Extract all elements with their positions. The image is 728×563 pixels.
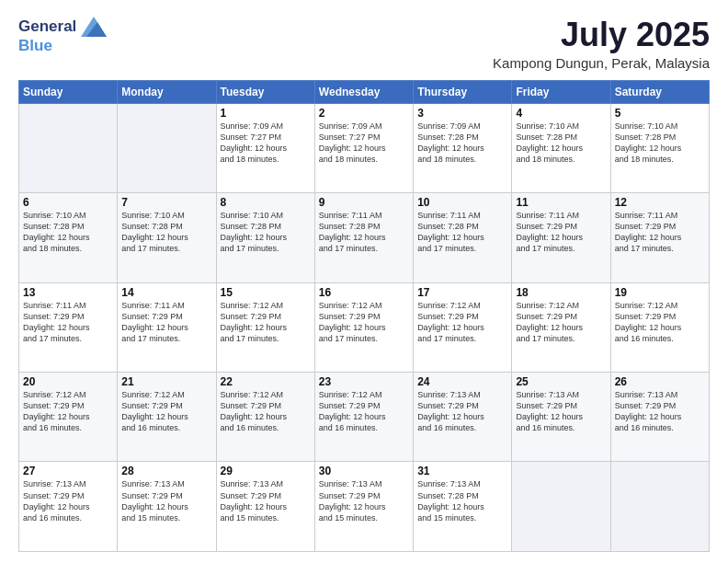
- calendar-cell: 7Sunrise: 7:10 AM Sunset: 7:28 PM Daylig…: [118, 193, 216, 282]
- calendar-cell: 6Sunrise: 7:10 AM Sunset: 7:28 PM Daylig…: [19, 193, 118, 282]
- day-number: 10: [417, 196, 507, 209]
- day-number: 8: [221, 196, 311, 209]
- day-info: Sunrise: 7:11 AM Sunset: 7:28 PM Dayligh…: [319, 210, 409, 255]
- calendar-cell: [610, 462, 709, 552]
- calendar-cell: 29Sunrise: 7:13 AM Sunset: 7:29 PM Dayli…: [216, 462, 314, 552]
- calendar-week-4: 20Sunrise: 7:12 AM Sunset: 7:29 PM Dayli…: [19, 373, 710, 462]
- calendar-cell: 16Sunrise: 7:12 AM Sunset: 7:29 PM Dayli…: [314, 282, 413, 372]
- day-info: Sunrise: 7:11 AM Sunset: 7:29 PM Dayligh…: [23, 300, 113, 345]
- day-info: Sunrise: 7:13 AM Sunset: 7:29 PM Dayligh…: [417, 389, 507, 434]
- calendar-cell: [512, 462, 610, 552]
- day-number: 19: [615, 286, 705, 299]
- logo-blue-text: Blue: [18, 37, 52, 55]
- day-info: Sunrise: 7:13 AM Sunset: 7:29 PM Dayligh…: [221, 478, 311, 523]
- day-number: 3: [417, 107, 507, 120]
- day-number: 4: [516, 107, 606, 120]
- calendar-cell: 24Sunrise: 7:13 AM Sunset: 7:29 PM Dayli…: [414, 373, 512, 462]
- calendar-cell: 18Sunrise: 7:12 AM Sunset: 7:29 PM Dayli…: [512, 282, 610, 372]
- day-info: Sunrise: 7:13 AM Sunset: 7:29 PM Dayligh…: [23, 478, 113, 523]
- day-info: Sunrise: 7:12 AM Sunset: 7:29 PM Dayligh…: [319, 389, 409, 434]
- day-info: Sunrise: 7:10 AM Sunset: 7:28 PM Dayligh…: [516, 121, 606, 166]
- calendar-cell: 17Sunrise: 7:12 AM Sunset: 7:29 PM Dayli…: [414, 282, 512, 372]
- day-info: Sunrise: 7:11 AM Sunset: 7:29 PM Dayligh…: [516, 210, 606, 255]
- weekday-header-saturday: Saturday: [610, 80, 709, 103]
- weekday-header-wednesday: Wednesday: [314, 80, 413, 103]
- calendar-cell: 27Sunrise: 7:13 AM Sunset: 7:29 PM Dayli…: [19, 462, 118, 552]
- calendar-cell: 23Sunrise: 7:12 AM Sunset: 7:29 PM Dayli…: [314, 373, 413, 462]
- day-info: Sunrise: 7:13 AM Sunset: 7:29 PM Dayligh…: [615, 389, 705, 434]
- day-number: 29: [221, 465, 311, 477]
- weekday-header-thursday: Thursday: [414, 80, 512, 103]
- calendar-week-1: 1Sunrise: 7:09 AM Sunset: 7:27 PM Daylig…: [19, 103, 710, 192]
- day-number: 25: [516, 375, 606, 388]
- day-number: 7: [121, 196, 211, 209]
- weekday-header-friday: Friday: [512, 80, 610, 103]
- day-info: Sunrise: 7:12 AM Sunset: 7:29 PM Dayligh…: [516, 300, 606, 345]
- day-info: Sunrise: 7:11 AM Sunset: 7:29 PM Dayligh…: [615, 210, 705, 255]
- calendar-cell: 30Sunrise: 7:13 AM Sunset: 7:29 PM Dayli…: [314, 462, 413, 552]
- day-info: Sunrise: 7:10 AM Sunset: 7:28 PM Dayligh…: [121, 210, 211, 255]
- day-info: Sunrise: 7:12 AM Sunset: 7:29 PM Dayligh…: [221, 389, 311, 434]
- header: General Blue July 2025 Kampong Dungun, P…: [18, 17, 710, 71]
- day-info: Sunrise: 7:12 AM Sunset: 7:29 PM Dayligh…: [615, 300, 705, 345]
- weekday-header-tuesday: Tuesday: [216, 80, 314, 103]
- calendar-cell: 31Sunrise: 7:13 AM Sunset: 7:28 PM Dayli…: [414, 462, 512, 552]
- calendar-cell: [19, 103, 118, 192]
- calendar-cell: 14Sunrise: 7:11 AM Sunset: 7:29 PM Dayli…: [118, 282, 216, 372]
- weekday-header-monday: Monday: [118, 80, 216, 103]
- day-info: Sunrise: 7:12 AM Sunset: 7:29 PM Dayligh…: [121, 389, 211, 434]
- day-number: 16: [319, 286, 409, 299]
- day-info: Sunrise: 7:11 AM Sunset: 7:29 PM Dayligh…: [121, 300, 211, 345]
- day-number: 27: [23, 465, 113, 477]
- page: General Blue July 2025 Kampong Dungun, P…: [0, 0, 728, 563]
- day-info: Sunrise: 7:09 AM Sunset: 7:27 PM Dayligh…: [319, 121, 409, 166]
- calendar-cell: 28Sunrise: 7:13 AM Sunset: 7:29 PM Dayli…: [118, 462, 216, 552]
- day-number: 24: [417, 375, 507, 388]
- day-info: Sunrise: 7:10 AM Sunset: 7:28 PM Dayligh…: [221, 210, 311, 255]
- calendar-cell: 11Sunrise: 7:11 AM Sunset: 7:29 PM Dayli…: [512, 193, 610, 282]
- calendar-cell: 8Sunrise: 7:10 AM Sunset: 7:28 PM Daylig…: [216, 193, 314, 282]
- day-number: 9: [319, 196, 409, 209]
- location: Kampong Dungun, Perak, Malaysia: [493, 55, 710, 71]
- day-info: Sunrise: 7:12 AM Sunset: 7:29 PM Dayligh…: [319, 300, 409, 345]
- logo-icon: [81, 17, 107, 37]
- calendar-cell: 5Sunrise: 7:10 AM Sunset: 7:28 PM Daylig…: [610, 103, 709, 192]
- calendar-cell: 13Sunrise: 7:11 AM Sunset: 7:29 PM Dayli…: [19, 282, 118, 372]
- calendar-cell: 15Sunrise: 7:12 AM Sunset: 7:29 PM Dayli…: [216, 282, 314, 372]
- day-number: 6: [23, 196, 113, 209]
- calendar-week-5: 27Sunrise: 7:13 AM Sunset: 7:29 PM Dayli…: [19, 462, 710, 552]
- calendar-cell: 3Sunrise: 7:09 AM Sunset: 7:28 PM Daylig…: [414, 103, 512, 192]
- calendar-table: SundayMondayTuesdayWednesdayThursdayFrid…: [18, 80, 710, 552]
- weekday-header-row: SundayMondayTuesdayWednesdayThursdayFrid…: [19, 80, 710, 103]
- calendar-cell: [118, 103, 216, 192]
- calendar-cell: 26Sunrise: 7:13 AM Sunset: 7:29 PM Dayli…: [610, 373, 709, 462]
- day-info: Sunrise: 7:11 AM Sunset: 7:28 PM Dayligh…: [417, 210, 507, 255]
- day-number: 21: [121, 375, 211, 388]
- calendar-cell: 25Sunrise: 7:13 AM Sunset: 7:29 PM Dayli…: [512, 373, 610, 462]
- day-info: Sunrise: 7:13 AM Sunset: 7:29 PM Dayligh…: [516, 389, 606, 434]
- weekday-header-sunday: Sunday: [19, 80, 118, 103]
- title-section: July 2025 Kampong Dungun, Perak, Malaysi…: [493, 17, 710, 71]
- day-number: 12: [615, 196, 705, 209]
- day-number: 20: [23, 375, 113, 388]
- day-info: Sunrise: 7:13 AM Sunset: 7:28 PM Dayligh…: [417, 478, 507, 523]
- day-number: 23: [319, 375, 409, 388]
- day-info: Sunrise: 7:10 AM Sunset: 7:28 PM Dayligh…: [615, 121, 705, 166]
- calendar-cell: 12Sunrise: 7:11 AM Sunset: 7:29 PM Dayli…: [610, 193, 709, 282]
- day-number: 1: [221, 107, 311, 120]
- day-info: Sunrise: 7:12 AM Sunset: 7:29 PM Dayligh…: [23, 389, 113, 434]
- day-number: 14: [121, 286, 211, 299]
- day-info: Sunrise: 7:12 AM Sunset: 7:29 PM Dayligh…: [221, 300, 311, 345]
- day-info: Sunrise: 7:09 AM Sunset: 7:27 PM Dayligh…: [221, 121, 311, 166]
- calendar-cell: 19Sunrise: 7:12 AM Sunset: 7:29 PM Dayli…: [610, 282, 709, 372]
- day-number: 18: [516, 286, 606, 299]
- day-info: Sunrise: 7:13 AM Sunset: 7:29 PM Dayligh…: [319, 478, 409, 523]
- calendar-cell: 21Sunrise: 7:12 AM Sunset: 7:29 PM Dayli…: [118, 373, 216, 462]
- calendar-week-3: 13Sunrise: 7:11 AM Sunset: 7:29 PM Dayli…: [19, 282, 710, 372]
- day-info: Sunrise: 7:09 AM Sunset: 7:28 PM Dayligh…: [417, 121, 507, 166]
- day-number: 5: [615, 107, 705, 120]
- day-info: Sunrise: 7:13 AM Sunset: 7:29 PM Dayligh…: [121, 478, 211, 523]
- day-number: 15: [221, 286, 311, 299]
- day-number: 17: [417, 286, 507, 299]
- calendar-cell: 20Sunrise: 7:12 AM Sunset: 7:29 PM Dayli…: [19, 373, 118, 462]
